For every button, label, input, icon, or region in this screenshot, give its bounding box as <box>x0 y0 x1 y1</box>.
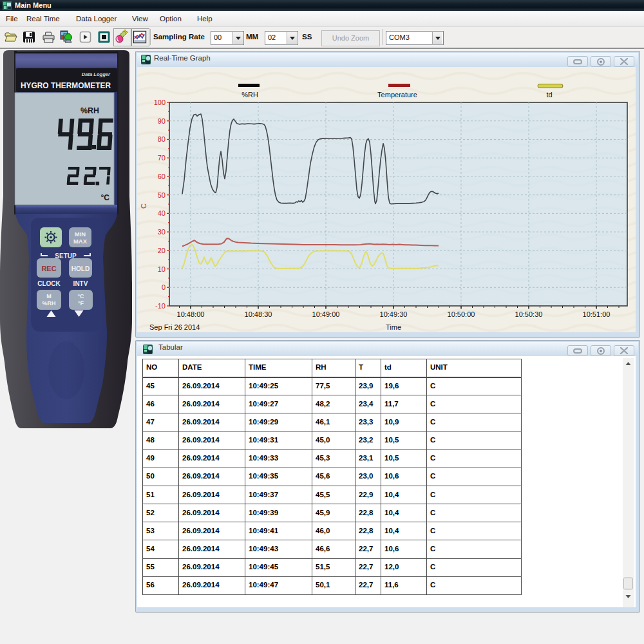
svg-text:INTV: INTV <box>73 280 88 287</box>
svg-text:HYGRO THERMOMETER: HYGRO THERMOMETER <box>21 81 111 90</box>
svg-text:90: 90 <box>158 117 166 125</box>
svg-text:MAX: MAX <box>73 238 88 245</box>
svg-text:MIN: MIN <box>75 231 86 238</box>
svg-text:10:49:30: 10:49:30 <box>380 310 408 318</box>
svg-text:°C: °C <box>77 293 84 299</box>
svg-text:%RH: %RH <box>242 91 258 99</box>
svg-text:80: 80 <box>158 135 166 143</box>
svg-text:HOLD: HOLD <box>71 265 90 272</box>
svg-text:CLOCK: CLOCK <box>37 280 61 287</box>
svg-text:td: td <box>546 91 552 99</box>
svg-text:10:51:00: 10:51:00 <box>583 310 611 318</box>
svg-text:10:50:30: 10:50:30 <box>515 310 543 318</box>
svg-text:Sep Fri 26 2014: Sep Fri 26 2014 <box>149 323 200 331</box>
svg-text:-10: -10 <box>155 302 166 310</box>
svg-text:C: C <box>140 204 147 209</box>
svg-text:70: 70 <box>158 154 166 162</box>
svg-text:30: 30 <box>158 228 166 236</box>
svg-text:50: 50 <box>158 191 166 199</box>
svg-text:100: 100 <box>154 99 166 106</box>
svg-text:Time: Time <box>386 323 401 331</box>
svg-text:Temperature: Temperature <box>377 91 417 99</box>
svg-text:%RH: %RH <box>42 300 55 307</box>
svg-text:°F: °F <box>78 300 84 307</box>
svg-text:M: M <box>46 293 52 299</box>
svg-text:10:49:00: 10:49:00 <box>312 310 340 318</box>
svg-text:REC: REC <box>41 265 56 272</box>
svg-text:0: 0 <box>162 283 166 291</box>
svg-text:Data Logger: Data Logger <box>82 71 111 77</box>
svg-text:10:50:00: 10:50:00 <box>448 310 475 318</box>
svg-text:20: 20 <box>158 247 166 254</box>
svg-text:%RH: %RH <box>80 106 99 115</box>
svg-text:°C: °C <box>101 193 110 202</box>
svg-text:10:48:30: 10:48:30 <box>245 310 272 318</box>
svg-text:60: 60 <box>158 173 166 180</box>
svg-text:10: 10 <box>158 265 166 273</box>
svg-text:40: 40 <box>158 209 166 217</box>
svg-text:10:48:00: 10:48:00 <box>177 310 205 318</box>
